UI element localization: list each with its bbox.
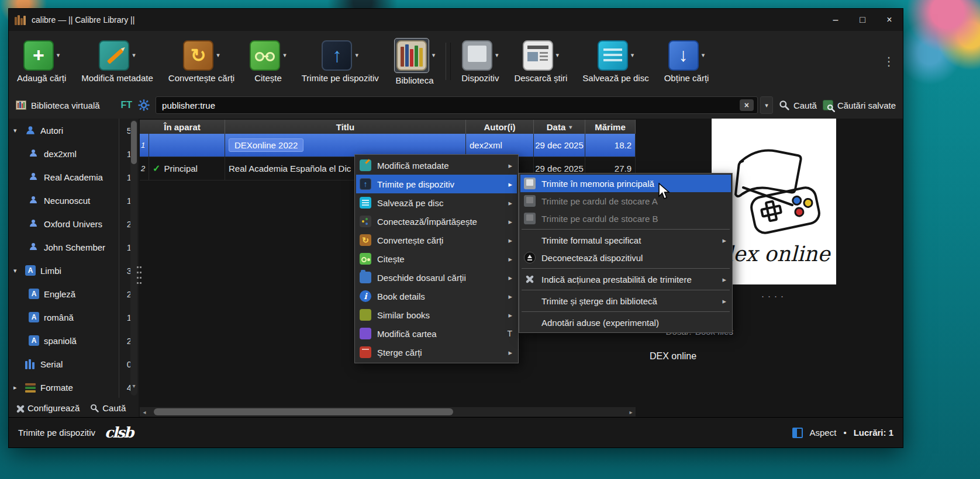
language-icon: A bbox=[29, 312, 39, 322]
submenu-item-eject-device[interactable]: Deconectează dispozitivul bbox=[520, 249, 731, 266]
toolbar-button-library[interactable]: ▾ Biblioteca bbox=[394, 38, 436, 85]
sidebar-search-button[interactable]: Caută bbox=[90, 403, 126, 413]
sidebar-item-label: Autori bbox=[40, 126, 114, 136]
jobs-indicator[interactable]: Lucrări: 1 bbox=[854, 428, 893, 438]
submenu-item-fetch-annotations[interactable]: Adnotări aduse (experimental) bbox=[520, 314, 731, 331]
chevron-down-icon[interactable]: ▾ bbox=[283, 51, 287, 59]
sort-arrow-icon[interactable]: ▾ bbox=[569, 124, 572, 130]
sidebar-item-label: Limbi bbox=[40, 266, 114, 276]
sidebar-item-dex2xml[interactable]: dex2xml 1 bbox=[9, 142, 139, 165]
layout-icon bbox=[792, 428, 803, 438]
row-number: 2 bbox=[140, 157, 149, 180]
submenu-item-default-send-action[interactable]: Indică acțiunea prestabilită de trimiter… bbox=[520, 270, 731, 288]
sidebar-item-limbi[interactable]: ▾ A Limbi 3 bbox=[9, 259, 139, 282]
toolbar-button-edit-metadata[interactable]: ▾ Modifică metadate bbox=[81, 40, 153, 83]
menu-item-connect-share[interactable]: Conectează/Împărtășește▸ bbox=[356, 212, 517, 231]
chevron-down-icon[interactable]: ▾ bbox=[132, 51, 136, 59]
chevron-down-icon[interactable]: ▾ bbox=[556, 51, 560, 59]
menu-item-read[interactable]: Citește▸ bbox=[356, 249, 517, 268]
maximize-button[interactable]: □ bbox=[849, 9, 876, 31]
search-history-dropdown[interactable]: ▾ bbox=[760, 96, 773, 114]
saved-searches-label: Căutări salvate bbox=[837, 100, 896, 110]
menu-item-book-details[interactable]: iBook details▸ bbox=[356, 287, 517, 306]
horizontal-scrollbar[interactable]: ◂ ▸ bbox=[140, 407, 636, 416]
submenu-item-send-and-delete[interactable]: Trimite și șterge din bibliotecă▸ bbox=[520, 292, 731, 310]
column-header-title[interactable]: Titlu bbox=[225, 120, 466, 134]
submenu-arrow-icon: ▸ bbox=[722, 236, 726, 245]
toolbar-button-device[interactable]: ▾ Dispozitiv bbox=[461, 40, 499, 83]
virtual-library-button[interactable]: Biblioteca virtuală bbox=[16, 100, 100, 110]
toolbar-button-fetch-news[interactable]: ▾ Descarcă știri bbox=[514, 40, 567, 83]
column-header-date[interactable]: Data▾ bbox=[534, 120, 585, 134]
sidebar-item-autori[interactable]: ▾ Autori 5 bbox=[9, 119, 139, 142]
toolbar-button-save-to-disk[interactable]: ▾ Salvează pe disc bbox=[582, 40, 648, 83]
layout-button[interactable]: Aspect bbox=[810, 428, 837, 438]
tag-browser-sidebar: ▾ Autori 5 dex2xml 1 Real Academia 1 Nec… bbox=[9, 119, 139, 418]
fulltext-search-button[interactable]: FT bbox=[121, 100, 133, 110]
clear-search-icon[interactable]: × bbox=[740, 99, 754, 111]
sidebar-item-romana[interactable]: A română 1 bbox=[9, 306, 139, 329]
toolbar-button-convert-books[interactable]: ↻▾ Convertește cărți bbox=[168, 40, 234, 83]
expand-arrow-icon[interactable]: ▾ bbox=[13, 267, 20, 275]
minimize-button[interactable]: – bbox=[822, 9, 849, 31]
chevron-down-icon[interactable]: ▾ bbox=[355, 51, 358, 59]
sidebar-item-engleza[interactable]: A Engleză 2 bbox=[9, 282, 139, 306]
search-options-gear-icon[interactable] bbox=[138, 99, 150, 111]
chevron-down-icon[interactable]: ▾ bbox=[432, 51, 436, 59]
chevron-down-icon[interactable]: ▾ bbox=[631, 51, 634, 59]
sidebar-item-spaniola[interactable]: A spaniolă 2 bbox=[9, 329, 139, 352]
column-header-on-device[interactable]: În aparat bbox=[140, 120, 225, 134]
configure-button[interactable]: Configurează bbox=[15, 403, 80, 413]
toolbar-overflow-icon[interactable]: ⋮ bbox=[883, 54, 895, 68]
column-header-size[interactable]: Mărime bbox=[585, 120, 636, 134]
scrollbar-thumb[interactable] bbox=[131, 121, 137, 164]
saved-searches-button[interactable]: Căutări salvate bbox=[823, 100, 896, 110]
expand-arrow-icon[interactable]: ▾ bbox=[13, 127, 20, 134]
toolbar-button-add-books[interactable]: +▾ Adaugă cărți bbox=[17, 40, 66, 83]
sidebar-item-john-schember[interactable]: John Schember 1 bbox=[9, 235, 139, 259]
sidebar-item-formate[interactable]: ▸ Formate 4 bbox=[9, 376, 139, 399]
chevron-down-icon[interactable]: ▾ bbox=[702, 51, 705, 59]
chevron-down-icon[interactable]: ▾ bbox=[216, 51, 220, 59]
toolbar-button-get-books[interactable]: ↓▾ Obține cărți bbox=[664, 40, 709, 83]
toolbar-button-send-to-device[interactable]: ↑▾ Trimite pe dispozitiv bbox=[302, 40, 379, 83]
chevron-down-icon[interactable]: ▾ bbox=[495, 51, 499, 59]
library-icon bbox=[16, 100, 26, 110]
table-header: În aparat Titlu Autor(i) Data▾ Mărime bbox=[140, 120, 636, 134]
chevron-down-icon[interactable]: ▾ bbox=[57, 51, 60, 59]
search-button-label: Caută bbox=[793, 100, 817, 110]
menu-item-similar-books[interactable]: Similar books▸ bbox=[356, 306, 517, 324]
column-header-authors[interactable]: Autor(i) bbox=[466, 120, 534, 134]
menu-item-edit-book[interactable]: Modifică carteaT bbox=[356, 324, 517, 343]
expand-arrow-icon[interactable]: ▸ bbox=[13, 384, 20, 391]
title-bar[interactable]: calibre — || Calibre Library || – □ × bbox=[9, 9, 903, 31]
toolbar-label: Convertește cărți bbox=[168, 73, 234, 83]
splitter-handle[interactable] bbox=[136, 265, 142, 286]
close-button[interactable]: × bbox=[876, 9, 903, 31]
toolbar-label: Dispozitiv bbox=[461, 73, 499, 83]
title-cell[interactable]: DEXonline 2022 bbox=[225, 134, 466, 157]
submenu-item-send-specific-format[interactable]: Trimite formatul specificat▸ bbox=[520, 231, 731, 249]
menu-item-open-book-folder[interactable]: Deschide dosarul cărții▸ bbox=[356, 268, 517, 287]
menu-item-delete-books[interactable]: Șterge cărți▸ bbox=[356, 343, 517, 362]
sidebar-item-necunoscut[interactable]: Necunoscut 1 bbox=[9, 189, 139, 212]
scrollbar-thumb[interactable] bbox=[154, 408, 453, 415]
sidebar-scrollbar[interactable] bbox=[130, 120, 137, 395]
scroll-down-arrow[interactable]: ▾ bbox=[130, 383, 137, 389]
scroll-right-arrow[interactable]: ▸ bbox=[626, 409, 636, 415]
submenu-item-send-main-memory[interactable]: Trimite în memoria principală bbox=[520, 175, 731, 192]
send-to-device-submenu: Trimite în memoria principală Trimite pe… bbox=[519, 173, 733, 333]
toolbar-button-read[interactable]: ▾ Citește bbox=[250, 40, 287, 83]
menu-item-convert-books[interactable]: ↻Convertește cărți▸ bbox=[356, 231, 517, 249]
scroll-left-arrow[interactable]: ◂ bbox=[140, 409, 149, 415]
menu-item-send-to-device[interactable]: ↑Trimite pe dispozitiv▸ bbox=[356, 175, 517, 193]
menu-item-save-to-disk[interactable]: Salvează pe disc▸ bbox=[356, 193, 517, 212]
sidebar-item-real-academia[interactable]: Real Academia 1 bbox=[9, 165, 139, 189]
search-input[interactable]: publisher:true × bbox=[156, 96, 758, 114]
toolbar-label: Trimite pe dispozitiv bbox=[302, 73, 379, 83]
table-row[interactable]: 1 DEXonline 2022 dex2xml 29 dec 2025 18.… bbox=[140, 134, 636, 157]
sidebar-item-serial[interactable]: Serial 0 bbox=[9, 352, 139, 376]
menu-item-edit-metadata[interactable]: Modifică metadate▸ bbox=[356, 156, 517, 175]
search-button[interactable]: Caută bbox=[779, 100, 817, 110]
sidebar-item-oxford[interactable]: Oxford Univers 2 bbox=[9, 212, 139, 235]
